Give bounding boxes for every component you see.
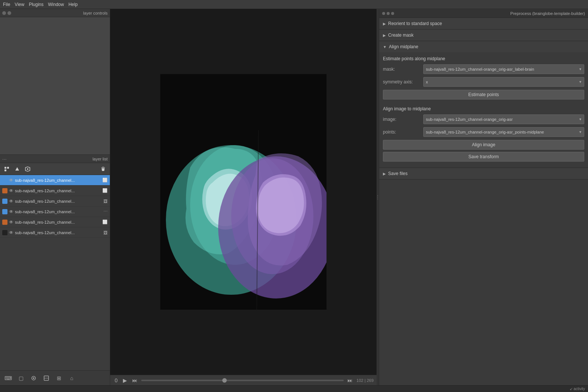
create-mask-section-header[interactable]: ▶ Create mask [379, 30, 588, 41]
step-button[interactable]: ⏭ [131, 377, 139, 384]
layer-item[interactable]: 👁 sub-najva8_res-12um_channel... ⬜ [0, 186, 110, 196]
reorient-section-title: Reorient to standard space [388, 21, 442, 26]
mask-label: mask: [383, 67, 420, 72]
align-image-subtitle: Align image to midplane [383, 106, 584, 111]
layer-controls-body [0, 17, 110, 154]
right-panel-header: Preprocess (brainglobe-template-builder) [379, 9, 588, 18]
layer-type-icon: 🖼 [103, 230, 108, 235]
left-panel: layer controls ··· layer list [0, 9, 110, 385]
slider-thumb [222, 378, 227, 383]
menubar: File View Plugins Window Help [0, 0, 588, 9]
align-image-button[interactable]: Align image [383, 140, 584, 150]
layer-name-label: sub-najva8_res-12um_channel... [15, 199, 102, 203]
dots-indicator: ··· [2, 156, 7, 162]
layer-item[interactable]: 👁 sub-najva8_res-12um_channel... 🖼 [0, 196, 110, 206]
play-button[interactable]: ▶ [121, 377, 129, 384]
layers-alt-button[interactable] [41, 373, 52, 383]
layer-toolbar [0, 163, 110, 175]
symmetry-axis-select[interactable]: xyz [423, 77, 584, 87]
layer-item[interactable]: 👁 sub-najva8_res-12um_channel... ⋯ [0, 206, 110, 217]
estimate-points-subtitle: Estimate points along midplane [383, 56, 584, 61]
symmetry-axis-select-wrapper: xyz [423, 77, 584, 87]
create-mask-section: ▶ Create mask [379, 30, 588, 41]
layer-eye-icon[interactable]: 👁 [9, 199, 13, 204]
symmetry-axis-label: symmetry axis: [383, 79, 420, 85]
save-files-arrow-icon: ▶ [383, 172, 386, 176]
delete-layer-button[interactable] [99, 165, 108, 174]
layer-eye-icon[interactable]: 👁 [9, 209, 13, 214]
align-midplane-section: ▼ Align midplane Estimate points along m… [379, 41, 588, 168]
layer-list-panel: ··· layer list [0, 155, 110, 370]
label-tool-button[interactable] [23, 165, 32, 174]
points-label: points: [383, 129, 420, 135]
points-select[interactable]: sub-najva8_res-12um_channel-orange_orig-… [423, 127, 584, 137]
menu-plugins[interactable]: Plugins [29, 2, 43, 7]
dot-minimize[interactable] [387, 12, 390, 15]
layer-color-swatch [2, 199, 7, 204]
shape-tool-icon [14, 166, 20, 172]
brain-visualization [160, 74, 327, 310]
menu-view[interactable]: View [15, 2, 24, 7]
layers-alt-icon [43, 375, 49, 381]
canvas-area: 0 ▶ ⏭ ⏭ 102 | 269 [110, 9, 377, 385]
terminal-button[interactable]: ⌨ [3, 373, 13, 383]
layer-name-label: sub-najva8_res-12um_channel... [15, 178, 101, 183]
trash-icon [100, 166, 106, 172]
layer-type-icon: ⬜ [102, 178, 108, 183]
image-select[interactable]: sub-najva8_res-12um_channel-orange_orig-… [423, 114, 584, 124]
layer-list-items: 👁 sub-najva8_res-12um_channel... ⬜ 👁 sub… [0, 175, 110, 238]
align-midplane-section-header[interactable]: ▼ Align midplane [379, 41, 588, 52]
bottom-toolbar: ⌨ ▢ ⊞ ⌂ [0, 370, 110, 385]
mask-select-wrapper: sub-najva8_res-12um_channel-orange_orig-… [423, 64, 584, 74]
window-dots [382, 12, 394, 15]
frame-end-button[interactable]: ⏭ [346, 377, 354, 384]
layer-eye-icon[interactable]: 👁 [9, 230, 13, 235]
label-tool-icon [25, 166, 31, 172]
layer-controls-header: layer controls [0, 9, 110, 17]
reorient-section-header[interactable]: ▶ Reorient to standard space [379, 18, 588, 29]
square-button[interactable]: ▢ [16, 373, 26, 383]
layer-controls-panel: layer controls [0, 9, 110, 155]
layers-button[interactable] [28, 373, 39, 383]
layer-eye-icon[interactable]: 👁 [9, 220, 13, 225]
home-button[interactable]: ⌂ [66, 373, 77, 383]
layer-list-title: layer list [8, 157, 108, 161]
layer-item[interactable]: 👁 sub-najva8_res-12um_channel... ⬜ [0, 217, 110, 227]
points-select-wrapper: sub-najva8_res-12um_channel-orange_orig-… [423, 127, 584, 137]
layer-name-label: sub-najva8_res-12um_channel... [15, 230, 102, 235]
menu-window[interactable]: Window [48, 2, 64, 7]
create-mask-arrow-icon: ▶ [383, 33, 386, 37]
main-content: layer controls ··· layer list [0, 9, 588, 385]
image-label: image: [383, 117, 420, 122]
layer-item[interactable]: 👁 sub-najva8_res-12um_channel... 🖼 [0, 227, 110, 238]
layer-list-header: ··· layer list [0, 155, 110, 163]
save-transform-button[interactable]: Save transform [383, 152, 584, 162]
activity-label: ↙ activity [570, 387, 585, 391]
dot-maximize[interactable] [391, 12, 394, 15]
svg-rect-1 [7, 167, 9, 169]
layer-item[interactable]: 👁 sub-najva8_res-12um_channel... ⬜ [0, 175, 110, 186]
layers-icon [31, 375, 37, 381]
right-panel-title: Preprocess (brainglobe-template-builder) [510, 11, 585, 16]
layer-type-icon: ⬜ [102, 220, 108, 224]
layer-eye-icon[interactable]: 👁 [9, 188, 13, 193]
grid-button[interactable]: ⊞ [54, 373, 64, 383]
canvas-viewport [110, 9, 377, 375]
mask-select[interactable]: sub-najva8_res-12um_channel-orange_orig-… [423, 64, 584, 74]
point-tool-icon [4, 166, 10, 172]
layer-type-icon: ⬜ [102, 188, 108, 193]
estimate-points-button[interactable]: Estimate points [383, 90, 584, 99]
save-files-section-header[interactable]: ▶ Save files [379, 168, 588, 179]
point-tool-button[interactable] [2, 165, 11, 174]
layer-eye-icon[interactable]: 👁 [9, 178, 13, 183]
dot-close[interactable] [382, 12, 385, 15]
save-files-section-title: Save files [388, 171, 408, 176]
shape-tool-button[interactable] [13, 165, 22, 174]
frame-slider[interactable] [141, 380, 344, 381]
layer-color-swatch [2, 209, 7, 214]
points-row: points: sub-najva8_res-12um_channel-oran… [383, 127, 584, 137]
layer-controls-title: layer controls [13, 11, 108, 15]
menu-help[interactable]: Help [68, 2, 78, 7]
menu-file[interactable]: File [3, 2, 10, 7]
frame-zero-button[interactable]: 0 [113, 377, 119, 384]
